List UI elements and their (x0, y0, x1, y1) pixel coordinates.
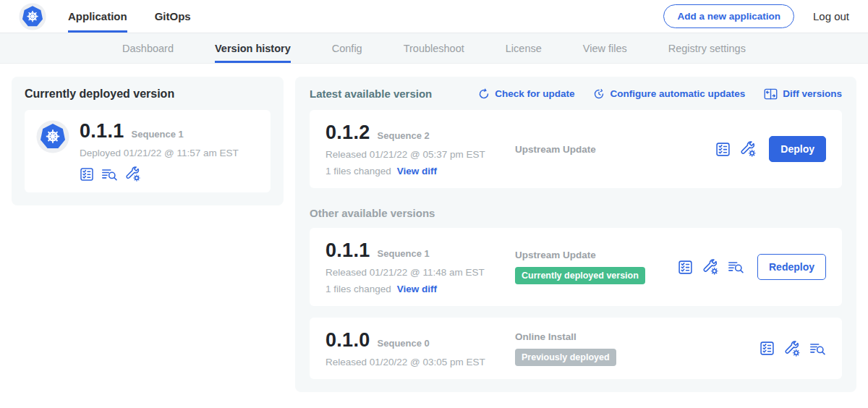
preflight-checks-icon[interactable] (80, 167, 94, 182)
version-info-column: 0.1.2 Sequence 2 Released 01/21/22 @ 05:… (326, 122, 515, 177)
tab-application[interactable]: Application (68, 0, 127, 33)
app-logo (19, 3, 46, 30)
files-changed-label: 1 files changed (326, 166, 391, 177)
version-source-label: Online Install (515, 331, 760, 342)
version-number: 0.1.2 (326, 122, 370, 144)
diff-icon (764, 88, 778, 100)
diff-versions-label: Diff versions (783, 88, 842, 99)
other-versions-title: Other available versions (310, 207, 842, 219)
subnav-tab-license[interactable]: License (506, 33, 542, 63)
deployed-sequence-label: Sequence 1 (132, 129, 184, 140)
version-row-0-1-2: 0.1.2 Sequence 2 Released 01/21/22 @ 05:… (310, 110, 842, 188)
version-row-0-1-0: 0.1.0 Sequence 0 Released 01/20/22 @ 03:… (310, 318, 842, 379)
configure-automatic-updates-link[interactable]: Configure automatic updates (593, 88, 745, 100)
logout-button[interactable]: Log out (813, 10, 849, 22)
main-content: Currently deployed version 0.1.1 Sequenc… (0, 64, 868, 405)
check-for-update-label: Check for update (495, 88, 574, 99)
latest-version-title: Latest available version (310, 88, 432, 100)
files-changed-label: 1 files changed (326, 284, 391, 294)
sequence-label: Sequence 2 (378, 130, 430, 141)
edit-config-icon[interactable] (784, 341, 800, 357)
view-logs-icon[interactable] (728, 260, 744, 274)
sequence-label: Sequence 0 (378, 338, 430, 349)
preflight-checks-icon[interactable] (760, 341, 775, 356)
version-type-column: Online Install Previously deployed (515, 331, 760, 366)
header-right: Add a new application Log out (663, 0, 849, 33)
subnav-tab-troubleshoot[interactable]: Troubleshoot (404, 33, 464, 63)
edit-config-icon[interactable] (740, 141, 756, 157)
subnav-tab-registry-settings[interactable]: Registry settings (668, 33, 746, 63)
version-number: 0.1.1 (326, 239, 370, 262)
subnav-tab-config[interactable]: Config (332, 33, 362, 63)
top-header: Application GitOps Add a new application… (0, 0, 868, 33)
edit-config-icon[interactable] (125, 166, 140, 182)
released-timestamp: Released 01/21/22 @ 05:37 pm EST (326, 149, 515, 160)
kubernetes-logo-icon (36, 120, 69, 153)
view-diff-link[interactable]: View diff (397, 284, 437, 294)
previously-deployed-badge: Previously deployed (515, 349, 616, 366)
refresh-icon (478, 88, 490, 100)
clock-refresh-icon (593, 88, 605, 100)
deployed-version-info: 0.1.1 Sequence 1 Deployed 01/21/22 @ 11:… (80, 120, 239, 182)
deployed-card-title: Currently deployed version (25, 88, 271, 101)
version-row-0-1-1: 0.1.1 Sequence 1 Released 01/21/22 @ 11:… (310, 228, 842, 306)
check-for-update-link[interactable]: Check for update (478, 88, 574, 100)
version-source-label: Upstream Update (515, 144, 715, 155)
view-logs-icon[interactable] (101, 167, 118, 182)
released-timestamp: Released 01/20/22 @ 03:05 pm EST (326, 357, 515, 367)
subnav-tab-dashboard[interactable]: Dashboard (122, 33, 174, 63)
deploy-button[interactable]: Deploy (769, 136, 826, 162)
deployed-version-number: 0.1.1 (80, 120, 124, 143)
configure-automatic-updates-label: Configure automatic updates (610, 88, 745, 99)
tab-gitops[interactable]: GitOps (155, 0, 191, 33)
header-tabs: Application GitOps (68, 0, 191, 33)
version-type-column: Upstream Update (515, 144, 715, 155)
add-application-button[interactable]: Add a new application (663, 4, 794, 28)
version-history-panel: Latest available version Check for updat… (295, 77, 856, 392)
deployed-version-tile: 0.1.1 Sequence 1 Deployed 01/21/22 @ 11:… (25, 110, 271, 192)
app-subnav: Dashboard Version history Config Trouble… (0, 33, 868, 64)
currently-deployed-card: Currently deployed version 0.1.1 Sequenc… (12, 77, 284, 205)
version-source-label: Upstream Update (515, 250, 678, 260)
version-actions-column: Redeploy (678, 254, 826, 280)
subnav-tab-version-history[interactable]: Version history (215, 33, 291, 63)
version-actions-column: Deploy (715, 136, 826, 162)
version-type-column: Upstream Update Currently deployed versi… (515, 250, 678, 284)
version-info-column: 0.1.1 Sequence 1 Released 01/21/22 @ 11:… (326, 239, 515, 294)
preflight-checks-icon[interactable] (678, 260, 693, 275)
version-info-column: 0.1.0 Sequence 0 Released 01/20/22 @ 03:… (326, 329, 515, 367)
edit-config-icon[interactable] (702, 259, 718, 275)
diff-versions-link[interactable]: Diff versions (764, 88, 842, 100)
redeploy-button[interactable]: Redeploy (757, 254, 826, 280)
view-logs-icon[interactable] (809, 341, 826, 356)
subnav-tab-view-files[interactable]: View files (583, 33, 627, 63)
kubernetes-logo-icon (19, 3, 46, 30)
view-diff-link[interactable]: View diff (397, 166, 437, 177)
preflight-checks-icon[interactable] (715, 142, 731, 157)
version-number: 0.1.0 (326, 329, 370, 352)
currently-deployed-badge: Currently deployed version (515, 267, 645, 284)
version-actions-column (760, 341, 826, 357)
released-timestamp: Released 01/21/22 @ 11:48 am EST (326, 267, 515, 278)
sequence-label: Sequence 1 (378, 248, 430, 259)
deployed-timestamp: Deployed 01/21/22 @ 11:57 am EST (80, 148, 239, 158)
